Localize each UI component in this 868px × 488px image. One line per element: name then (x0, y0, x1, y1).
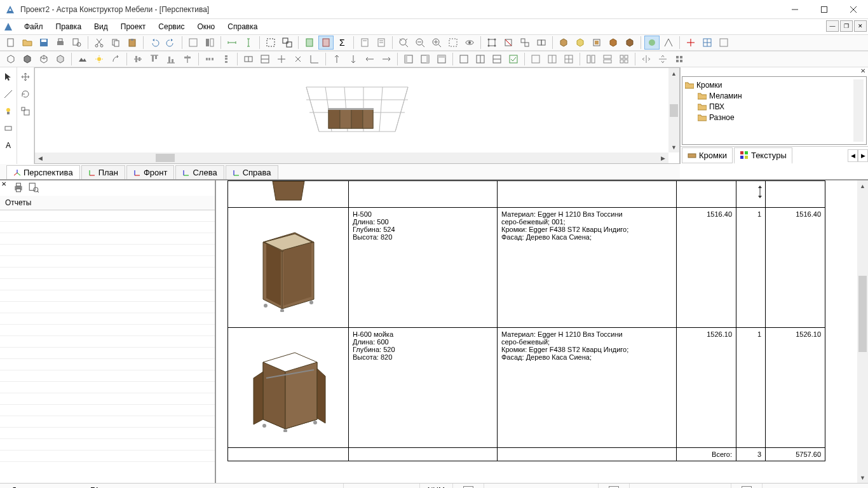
panel-1-icon[interactable] (401, 52, 416, 66)
v-1-icon[interactable] (329, 52, 344, 66)
align-4-icon[interactable] (180, 52, 195, 66)
view-tab-perspective[interactable]: Перспектива (6, 165, 80, 179)
tool-b-icon[interactable] (202, 36, 217, 50)
layout-6-icon[interactable] (616, 52, 632, 66)
layout-1-icon[interactable] (528, 52, 543, 66)
report-close-icon[interactable]: ✕ (1, 180, 6, 187)
orbit-icon[interactable] (462, 36, 477, 50)
rotate-tool-icon[interactable] (18, 86, 34, 102)
view-tab-plan[interactable]: План (81, 165, 125, 179)
print-icon[interactable] (53, 36, 68, 50)
undo-icon[interactable] (147, 36, 162, 50)
grid-c-icon[interactable] (716, 36, 731, 50)
copy-icon[interactable] (108, 36, 123, 50)
box-a-icon[interactable] (556, 36, 571, 50)
calc-a-icon[interactable] (302, 36, 317, 50)
tree-scroll[interactable] (853, 79, 864, 142)
zoom-window-icon[interactable] (445, 36, 461, 50)
report-print-icon[interactable] (13, 182, 24, 195)
sel-a-icon[interactable] (484, 36, 499, 50)
grid-a-icon[interactable] (683, 36, 698, 50)
tab-textures[interactable]: Текстуры (734, 147, 792, 164)
panel-close-icon[interactable]: ✕ (681, 67, 868, 75)
render-c-icon[interactable] (108, 52, 123, 66)
mdi-minimize[interactable]: — (826, 20, 839, 32)
sp-3-icon[interactable] (672, 52, 687, 66)
zoom-fit-icon[interactable] (396, 36, 411, 50)
sel-c-icon[interactable] (517, 36, 532, 50)
viewport-vscroll[interactable]: ▲ ▼ (668, 68, 679, 152)
box-e-icon[interactable] (622, 36, 637, 50)
box-b-icon[interactable] (573, 36, 588, 50)
layout-2-icon[interactable] (545, 52, 560, 66)
sum-icon[interactable]: Σ (335, 36, 350, 50)
view-tab-right[interactable]: Справа (226, 165, 278, 179)
mdi-icon[interactable] (3, 21, 14, 32)
open-icon[interactable] (20, 36, 35, 50)
menu-view[interactable]: Вид (88, 20, 114, 33)
tab-edges[interactable]: Кромки (682, 147, 733, 163)
calc-b-icon[interactable] (318, 36, 334, 50)
zoom-out-icon[interactable] (412, 36, 428, 50)
tool-a-icon[interactable] (186, 36, 201, 50)
move-tool-icon[interactable] (18, 69, 34, 85)
tabs-left-arrow[interactable]: ◀ (848, 149, 858, 162)
v-4-icon[interactable] (379, 52, 394, 66)
cut-icon[interactable] (92, 36, 107, 50)
zoom-in-icon[interactable] (429, 36, 444, 50)
layout-5-icon[interactable] (600, 52, 615, 66)
paste-icon[interactable] (125, 36, 140, 50)
op-1-icon[interactable] (241, 52, 256, 66)
materials-tree[interactable]: Кромки Меламин ПВХ Разное (685, 79, 851, 142)
panel-3-icon[interactable] (434, 52, 449, 66)
cube-b-icon[interactable] (20, 52, 35, 66)
minimize-button[interactable] (780, 0, 810, 19)
dim-a-icon[interactable] (224, 36, 240, 50)
cube-d-icon[interactable] (53, 52, 68, 66)
mode-b-icon[interactable] (661, 36, 676, 50)
preview-icon[interactable] (69, 36, 85, 50)
cube-c-icon[interactable] (36, 52, 51, 66)
v-3-icon[interactable] (362, 52, 377, 66)
view-tab-front[interactable]: Фронт (126, 165, 174, 179)
text-tool-icon[interactable]: A (1, 137, 17, 153)
menu-project[interactable]: Проект (114, 20, 153, 33)
viewport-hscroll[interactable]: ◀ ▶ (35, 152, 668, 163)
op-2-icon[interactable] (257, 52, 273, 66)
sel-b-icon[interactable] (501, 36, 516, 50)
scale-tool-icon[interactable] (18, 103, 34, 119)
menu-service[interactable]: Сервис (152, 20, 191, 33)
report-list[interactable] (0, 210, 215, 483)
w-4-icon[interactable] (506, 52, 521, 66)
w-1-icon[interactable] (456, 52, 471, 66)
op-3-icon[interactable] (274, 52, 289, 66)
layout-4-icon[interactable] (583, 52, 599, 66)
menu-edit[interactable]: Правка (50, 20, 88, 33)
op-5-icon[interactable] (307, 52, 322, 66)
viewport[interactable]: Перспектива (34, 67, 680, 164)
mdi-close[interactable]: ✕ (854, 20, 867, 32)
align-2-icon[interactable] (147, 52, 162, 66)
align-3-icon[interactable] (163, 52, 179, 66)
new-icon[interactable] (3, 36, 18, 50)
align-1-icon[interactable] (130, 52, 146, 66)
save-icon[interactable] (36, 36, 51, 50)
render-a-icon[interactable] (75, 52, 90, 66)
report-document[interactable]: Н-500 Длина: 500 Глубина: 524 Высота: 82… (216, 180, 868, 483)
report-preview-icon[interactable] (28, 182, 39, 195)
menu-window[interactable]: Окно (191, 20, 221, 33)
v-2-icon[interactable] (346, 52, 361, 66)
w-3-icon[interactable] (489, 52, 505, 66)
sp-1-icon[interactable] (639, 52, 654, 66)
sp-2-icon[interactable] (655, 52, 670, 66)
box-d-icon[interactable] (606, 36, 621, 50)
menu-help[interactable]: Справка (221, 20, 264, 33)
dim-b-icon[interactable] (241, 36, 256, 50)
close-button[interactable] (839, 0, 868, 19)
layout-3-icon[interactable] (561, 52, 576, 66)
cube-a-icon[interactable] (3, 52, 18, 66)
light-tool-icon[interactable] (1, 103, 17, 119)
mdi-restore[interactable]: ❐ (840, 20, 853, 32)
line-tool-icon[interactable] (1, 86, 17, 102)
doc-a-icon[interactable] (357, 36, 372, 50)
